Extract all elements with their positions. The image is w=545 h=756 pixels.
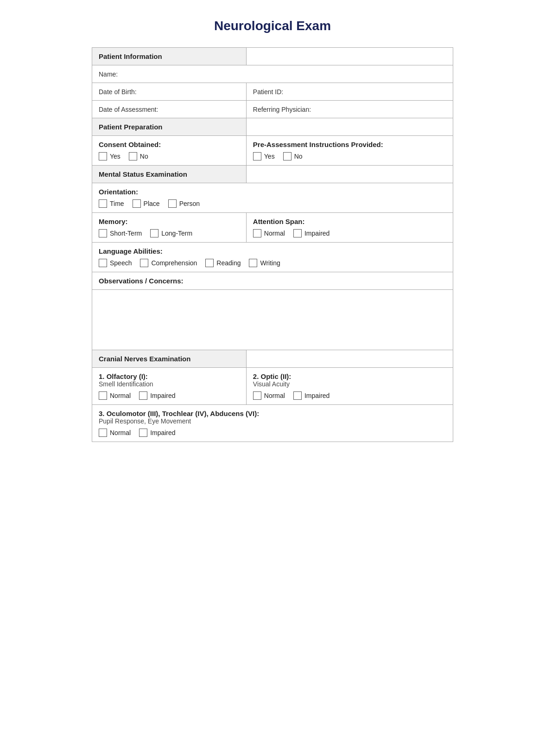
- memory-long-term-item[interactable]: Long-Term: [150, 229, 192, 237]
- language-writing-checkbox[interactable]: [249, 259, 257, 267]
- pre-assessment-label: Pre-Assessment Instructions Provided:: [253, 141, 446, 148]
- consent-checkbox-group: Yes No: [99, 152, 240, 160]
- orientation-label: Orientation:: [99, 188, 446, 196]
- nerve3-normal-item[interactable]: Normal: [99, 429, 131, 437]
- nerve1-normal-label: Normal: [110, 392, 131, 399]
- attention-normal-checkbox[interactable]: [253, 229, 261, 237]
- orientation-place-checkbox[interactable]: [133, 199, 141, 208]
- nerve3-checkbox-group: Normal Impaired: [99, 429, 446, 437]
- nerve2-label: 2. Optic (II):: [253, 372, 446, 380]
- consent-row: Consent Obtained: Yes No Pre-Assessment …: [92, 136, 453, 166]
- nerve1-sub: Smell Identification: [99, 380, 240, 388]
- mental-status-header: Mental Status Examination: [92, 166, 247, 183]
- orientation-time-checkbox[interactable]: [99, 199, 107, 208]
- memory-short-term-item[interactable]: Short-Term: [99, 229, 142, 237]
- nerve2-impaired-checkbox[interactable]: [293, 391, 302, 400]
- language-reading-item[interactable]: Reading: [205, 259, 241, 267]
- language-reading-label: Reading: [216, 259, 241, 267]
- cranial-nerves-header-row: Cranial Nerves Examination: [92, 350, 453, 368]
- neurological-exam-form: Patient Information Name: Date of Birth:…: [92, 47, 453, 442]
- memory-long-term-checkbox[interactable]: [150, 229, 158, 237]
- pre-assessment-yes-item[interactable]: Yes: [253, 152, 275, 160]
- nerve1-normal-checkbox[interactable]: [99, 391, 107, 400]
- nerve3-normal-label: Normal: [110, 429, 131, 436]
- language-writing-item[interactable]: Writing: [249, 259, 280, 267]
- mental-status-header-row: Mental Status Examination: [92, 166, 453, 183]
- orientation-checkbox-group: Time Place Person: [99, 199, 446, 208]
- nerve2-normal-item[interactable]: Normal: [253, 391, 285, 400]
- language-comprehension-checkbox[interactable]: [140, 259, 148, 267]
- nerve3-impaired-item[interactable]: Impaired: [139, 429, 175, 437]
- nerve3-normal-checkbox[interactable]: [99, 429, 107, 437]
- consent-no-item[interactable]: No: [129, 152, 148, 160]
- nerve2-impaired-item[interactable]: Impaired: [293, 391, 330, 400]
- nerve3-row: 3. Oculomotor (III), Trochlear (IV), Abd…: [92, 405, 453, 442]
- orientation-time-label: Time: [110, 200, 124, 207]
- observations-content-row: [92, 290, 453, 350]
- patient-id-label: Patient ID:: [253, 88, 283, 96]
- attention-normal-item[interactable]: Normal: [253, 229, 285, 237]
- attention-impaired-checkbox[interactable]: [293, 229, 302, 237]
- patient-id-cell: Patient ID:: [246, 83, 453, 101]
- language-row: Language Abilities: Speech Comprehension…: [92, 243, 453, 272]
- nerve1-impaired-checkbox[interactable]: [139, 391, 147, 400]
- patient-prep-header-right: [246, 118, 453, 136]
- consent-yes-checkbox[interactable]: [99, 152, 107, 160]
- orientation-place-item[interactable]: Place: [133, 199, 160, 208]
- consent-yes-item[interactable]: Yes: [99, 152, 120, 160]
- observations-header-cell: Observations / Concerns:: [92, 272, 453, 290]
- orientation-person-checkbox[interactable]: [168, 199, 177, 208]
- attention-impaired-item[interactable]: Impaired: [293, 229, 330, 237]
- observations-content-cell[interactable]: [92, 290, 453, 350]
- nerve3-impaired-checkbox[interactable]: [139, 429, 147, 437]
- nerve3-impaired-label: Impaired: [150, 429, 175, 436]
- attention-normal-label: Normal: [264, 230, 285, 237]
- name-row: Name:: [92, 65, 453, 83]
- language-checkbox-group: Speech Comprehension Reading Writing: [99, 259, 446, 267]
- language-comprehension-item[interactable]: Comprehension: [140, 259, 197, 267]
- consent-no-checkbox[interactable]: [129, 152, 137, 160]
- patient-info-header-row: Patient Information: [92, 48, 453, 65]
- pre-assessment-no-item[interactable]: No: [283, 152, 303, 160]
- language-writing-label: Writing: [260, 259, 280, 267]
- nerve1-label: 1. Olfactory (I):: [99, 372, 240, 380]
- patient-prep-header: Patient Preparation: [92, 118, 247, 136]
- nerve1-impaired-item[interactable]: Impaired: [139, 391, 175, 400]
- nerve3-sub: Pupil Response, Eye Movement: [99, 417, 446, 425]
- assessment-physician-row: Date of Assessment: Referring Physician:: [92, 101, 453, 118]
- consent-cell: Consent Obtained: Yes No: [92, 136, 247, 166]
- language-speech-label: Speech: [110, 259, 132, 267]
- page-title: Neurological Exam: [92, 19, 453, 33]
- attention-label: Attention Span:: [253, 218, 446, 225]
- pre-assessment-yes-checkbox[interactable]: [253, 152, 261, 160]
- dob-patientid-row: Date of Birth: Patient ID:: [92, 83, 453, 101]
- nerve3-label: 3. Oculomotor (III), Trochlear (IV), Abd…: [99, 410, 446, 417]
- language-speech-checkbox[interactable]: [99, 259, 107, 267]
- orientation-time-item[interactable]: Time: [99, 199, 124, 208]
- dob-label: Date of Birth:: [99, 88, 137, 96]
- memory-long-term-label: Long-Term: [161, 230, 192, 237]
- name-cell: Name:: [92, 65, 453, 83]
- pre-assessment-checkbox-group: Yes No: [253, 152, 446, 160]
- orientation-person-label: Person: [179, 200, 200, 207]
- nerve1-normal-item[interactable]: Normal: [99, 391, 131, 400]
- assessment-cell: Date of Assessment:: [92, 101, 247, 118]
- cranial-nerves-header-right: [246, 350, 453, 368]
- assessment-label: Date of Assessment:: [99, 106, 158, 113]
- language-label: Language Abilities:: [99, 247, 446, 255]
- language-reading-checkbox[interactable]: [205, 259, 214, 267]
- memory-label: Memory:: [99, 218, 240, 225]
- orientation-person-item[interactable]: Person: [168, 199, 200, 208]
- pre-assessment-no-checkbox[interactable]: [283, 152, 292, 160]
- dob-cell: Date of Birth:: [92, 83, 247, 101]
- orientation-place-label: Place: [144, 200, 160, 207]
- language-speech-item[interactable]: Speech: [99, 259, 132, 267]
- attention-impaired-label: Impaired: [304, 230, 330, 237]
- pre-assessment-cell: Pre-Assessment Instructions Provided: Ye…: [246, 136, 453, 166]
- memory-short-term-checkbox[interactable]: [99, 229, 107, 237]
- physician-cell: Referring Physician:: [246, 101, 453, 118]
- nerve2-normal-checkbox[interactable]: [253, 391, 261, 400]
- patient-info-header: Patient Information: [92, 48, 247, 65]
- nerve2-normal-label: Normal: [264, 392, 285, 399]
- orientation-cell: Orientation: Time Place Person: [92, 183, 453, 213]
